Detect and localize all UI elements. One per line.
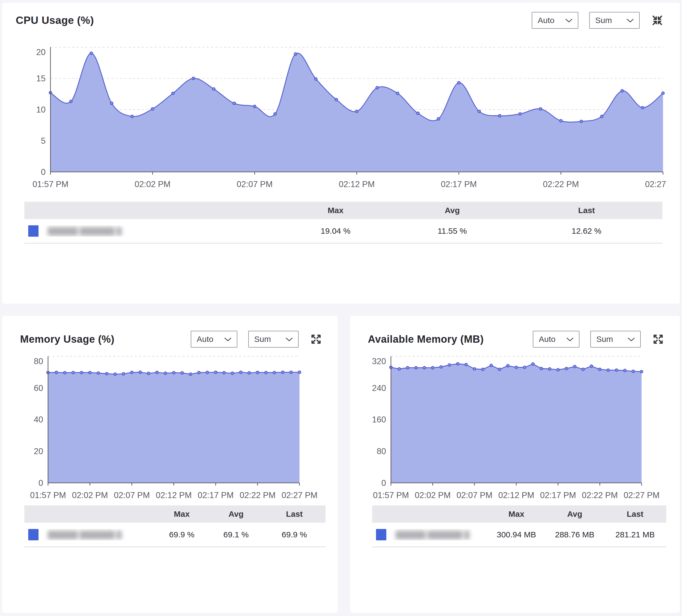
panel-header: CPU Usage (%) Auto Sum bbox=[2, 3, 680, 29]
avg-value: 288.76 MB bbox=[546, 530, 604, 539]
chart-controls: Auto Sum bbox=[533, 331, 664, 348]
chevron-down-icon bbox=[566, 335, 573, 344]
memory-usage-chart: 02040608001:57 PM02:02 PM02:07 PM02:12 P… bbox=[10, 351, 328, 503]
panel-title: Memory Usage (%) bbox=[20, 333, 114, 345]
panel-available-memory: Available Memory (MB) Auto Sum bbox=[350, 316, 680, 613]
svg-text:01:57 PM: 01:57 PM bbox=[32, 180, 69, 189]
series-color-swatch bbox=[28, 225, 39, 237]
svg-text:5: 5 bbox=[41, 136, 46, 146]
column-header-avg: Avg bbox=[546, 510, 604, 519]
series-stats-table: Max Avg Last ██████ ███████ █ 69.9 % 69.… bbox=[24, 505, 325, 547]
max-value: 19.04 % bbox=[277, 227, 394, 236]
column-header-avg: Avg bbox=[394, 206, 510, 215]
svg-text:02:02 PM: 02:02 PM bbox=[72, 491, 108, 500]
svg-text:02:07 PM: 02:07 PM bbox=[114, 491, 150, 500]
svg-text:02:17 PM: 02:17 PM bbox=[198, 491, 234, 500]
svg-text:0: 0 bbox=[39, 478, 43, 488]
page-title: CPU Usage (%) bbox=[16, 15, 94, 26]
interval-select[interactable]: Auto bbox=[533, 331, 579, 348]
panel-memory-usage: Memory Usage (%) Auto Sum bbox=[2, 316, 338, 613]
bottom-panels-row: Memory Usage (%) Auto Sum bbox=[2, 316, 680, 613]
svg-text:40: 40 bbox=[34, 415, 43, 424]
aggregation-select-value: Sum bbox=[254, 335, 271, 344]
svg-text:02:17 PM: 02:17 PM bbox=[540, 491, 576, 500]
svg-text:320: 320 bbox=[372, 357, 386, 366]
svg-text:20: 20 bbox=[34, 447, 43, 456]
aggregation-select-value: Sum bbox=[595, 16, 612, 25]
chevron-down-icon bbox=[627, 16, 634, 25]
aggregation-select[interactable]: Sum bbox=[248, 331, 299, 348]
expand-chart-button[interactable] bbox=[652, 333, 664, 345]
panel-header: Available Memory (MB) Auto Sum bbox=[350, 316, 680, 348]
svg-text:02:22 PM: 02:22 PM bbox=[543, 180, 579, 189]
chevron-down-icon bbox=[565, 16, 572, 25]
panel-cpu-usage: CPU Usage (%) Auto Sum bbox=[2, 3, 680, 304]
table-header-row: Max Avg Last bbox=[24, 202, 662, 219]
series-legend: ██████ ███████ █ bbox=[24, 529, 155, 540]
svg-text:10: 10 bbox=[36, 105, 46, 114]
max-value: 69.9 % bbox=[155, 530, 209, 539]
svg-text:02:12 PM: 02:12 PM bbox=[156, 491, 192, 500]
svg-text:02:12 PM: 02:12 PM bbox=[498, 491, 535, 500]
interval-select-value: Auto bbox=[538, 16, 554, 25]
aggregation-select[interactable]: Sum bbox=[589, 12, 640, 29]
interval-select-value: Auto bbox=[197, 335, 213, 344]
interval-select[interactable]: Auto bbox=[532, 12, 578, 29]
chart-controls: Auto Sum bbox=[532, 12, 663, 29]
expand-chart-button[interactable] bbox=[310, 333, 322, 345]
svg-text:80: 80 bbox=[377, 447, 386, 456]
svg-text:02:27 PM: 02:27 PM bbox=[624, 491, 660, 500]
panel-title: Available Memory (MB) bbox=[368, 333, 484, 345]
svg-text:02:27 PM: 02:27 PM bbox=[645, 180, 667, 189]
svg-text:02:12 PM: 02:12 PM bbox=[339, 180, 375, 189]
chevron-down-icon bbox=[286, 335, 293, 344]
series-legend: ██████ ███████ █ bbox=[24, 225, 277, 237]
table-header-row: Max Avg Last bbox=[24, 505, 325, 523]
last-value: 281.21 MB bbox=[604, 530, 666, 539]
aggregation-select[interactable]: Sum bbox=[590, 331, 641, 348]
series-color-swatch bbox=[376, 529, 386, 540]
svg-text:80: 80 bbox=[34, 357, 43, 366]
collapse-icon bbox=[651, 23, 663, 27]
chevron-down-icon bbox=[224, 335, 231, 344]
interval-select[interactable]: Auto bbox=[191, 331, 237, 348]
column-header-max: Max bbox=[487, 510, 546, 519]
column-header-max: Max bbox=[155, 510, 209, 519]
chart-controls: Auto Sum bbox=[191, 331, 322, 348]
interval-select-value: Auto bbox=[539, 335, 555, 344]
last-value: 69.9 % bbox=[263, 530, 325, 539]
cpu-usage-chart: 0510152001:57 PM02:02 PM02:07 PM02:12 PM… bbox=[19, 37, 667, 194]
series-stats-table: Max Avg Last ██████ ███████ █ 19.04 % 11… bbox=[24, 202, 662, 243]
column-header-last: Last bbox=[263, 510, 325, 519]
series-label-blurred: ██████ ███████ █ bbox=[48, 530, 121, 539]
svg-text:20: 20 bbox=[36, 47, 46, 57]
table-row[interactable]: ██████ ███████ █ 19.04 % 11.55 % 12.62 % bbox=[24, 219, 662, 243]
svg-text:02:22 PM: 02:22 PM bbox=[582, 491, 618, 500]
column-header-avg: Avg bbox=[209, 510, 263, 519]
svg-text:02:07 PM: 02:07 PM bbox=[236, 180, 273, 189]
table-row[interactable]: ██████ ███████ █ 300.94 MB 288.76 MB 281… bbox=[372, 523, 666, 547]
series-legend: ██████ ███████ █ bbox=[372, 529, 487, 540]
series-stats-table: Max Avg Last ██████ ███████ █ 300.94 MB … bbox=[372, 505, 666, 547]
svg-text:02:22 PM: 02:22 PM bbox=[240, 491, 276, 500]
collapse-chart-button[interactable] bbox=[651, 14, 663, 27]
panel-header: Memory Usage (%) Auto Sum bbox=[2, 316, 338, 348]
column-header-last: Last bbox=[604, 510, 666, 519]
svg-text:02:02 PM: 02:02 PM bbox=[415, 491, 451, 500]
avg-value: 69.1 % bbox=[209, 530, 263, 539]
table-header-row: Max Avg Last bbox=[372, 505, 666, 523]
available-memory-chart: 08016024032001:57 PM02:02 PM02:07 PM02:1… bbox=[358, 351, 676, 503]
svg-text:0: 0 bbox=[381, 478, 386, 488]
expand-icon bbox=[310, 342, 322, 346]
metrics-dashboard: CPU Usage (%) Auto Sum bbox=[0, 0, 682, 616]
avg-value: 11.55 % bbox=[394, 227, 510, 236]
series-label-blurred: ██████ ███████ █ bbox=[395, 530, 469, 539]
table-row[interactable]: ██████ ███████ █ 69.9 % 69.1 % 69.9 % bbox=[24, 523, 325, 547]
chevron-down-icon bbox=[628, 335, 635, 344]
expand-icon bbox=[652, 342, 664, 346]
last-value: 12.62 % bbox=[510, 227, 662, 236]
svg-text:0: 0 bbox=[41, 167, 46, 177]
max-value: 300.94 MB bbox=[487, 530, 546, 539]
svg-text:02:02 PM: 02:02 PM bbox=[135, 180, 170, 189]
svg-text:01:57 PM: 01:57 PM bbox=[373, 491, 409, 500]
